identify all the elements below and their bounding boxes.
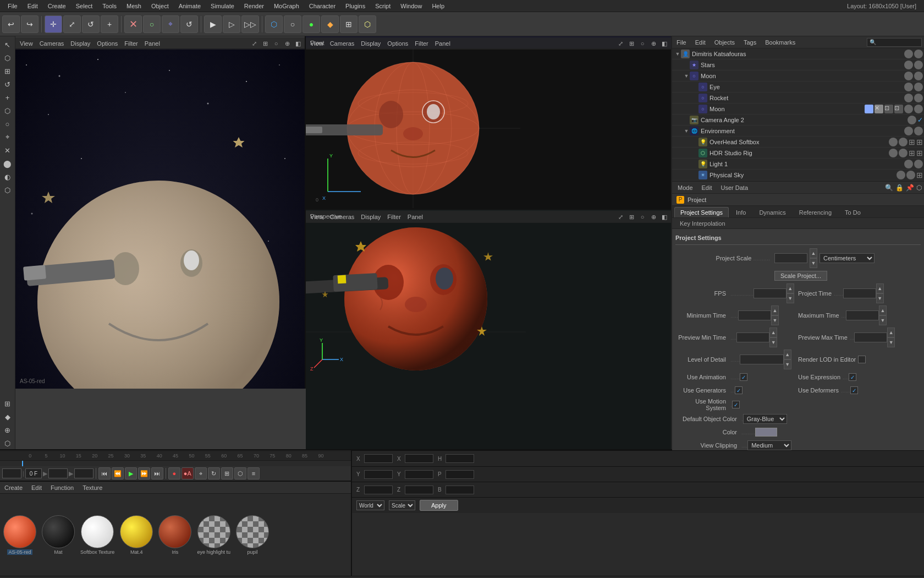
om-dot-2b[interactable] — [914, 72, 923, 80]
fps-input[interactable]: 30 — [754, 288, 787, 298]
om-row-5[interactable]: ○ Moon ✕ ⊡ ⊡ — [672, 103, 924, 114]
project-time-input[interactable]: 0 F — [843, 288, 876, 298]
om-dot-3a[interactable] — [904, 83, 913, 91]
project-time-down[interactable]: ▼ — [876, 293, 884, 303]
sidebar-tool-bottom-4[interactable]: ⬡ — [2, 437, 14, 449]
sidebar-tool-11[interactable]: ◐ — [2, 171, 14, 183]
am-lock-icon[interactable]: 🔒 — [895, 184, 904, 192]
om-row-sky[interactable]: ☀ Physical Sky ⊞ — [672, 170, 924, 181]
timeline-track[interactable] — [0, 461, 351, 466]
om-dot-skya[interactable] — [897, 171, 905, 179]
om-dot-0b[interactable] — [914, 50, 923, 58]
om-row-0[interactable]: ▼ 👤 Dimitris Katsafouras — [672, 48, 924, 59]
vp-left-icon-5[interactable]: ◧ — [294, 39, 302, 48]
render-lod-checkbox[interactable] — [858, 356, 866, 363]
menu-render[interactable]: Render — [240, 2, 268, 10]
render-all[interactable]: ▷▷ — [241, 15, 259, 33]
use-def-checkbox[interactable] — [850, 386, 858, 394]
preview-min-input[interactable]: 0 F — [736, 332, 769, 342]
preview-max-up[interactable]: ▲ — [887, 328, 895, 337]
menu-tools[interactable]: Tools — [98, 2, 121, 10]
mat-item-1[interactable]: Mat — [41, 514, 76, 556]
tl-loop-btn[interactable]: ↻ — [208, 467, 220, 479]
om-row-1[interactable]: ★ Stars — [672, 59, 924, 70]
lights[interactable]: ⬡ — [359, 15, 376, 33]
vp-front-icon-3[interactable]: ○ — [638, 39, 647, 48]
sidebar-tool-7[interactable]: ○ — [2, 118, 14, 130]
tl-rec-auto[interactable]: ●A — [182, 467, 194, 479]
vp-persp-icon-1[interactable]: ⤢ — [616, 212, 625, 221]
use-expr-checkbox[interactable] — [849, 373, 856, 381]
frame-current-input[interactable]: 0 F — [2, 468, 21, 478]
menu-object[interactable]: Object — [147, 2, 173, 10]
vp-front-icon-2[interactable]: ⊞ — [627, 39, 636, 48]
vp-left-display[interactable]: Display — [68, 40, 92, 47]
point-mode[interactable]: ○ — [143, 15, 161, 33]
om-dot-9a[interactable] — [889, 149, 898, 157]
om-dot-8b[interactable] — [899, 138, 908, 146]
project-scale-up[interactable]: ▲ — [810, 248, 817, 258]
om-dot-skyb[interactable] — [906, 171, 915, 179]
project-scale-input[interactable]: 1 — [774, 253, 807, 263]
am-search-icon[interactable]: 🔍 — [885, 184, 893, 192]
render-active[interactable]: ▷ — [223, 15, 240, 33]
vp-left-filter[interactable]: Filter — [122, 40, 140, 47]
deformers[interactable]: ◆ — [321, 15, 339, 33]
max-time-up[interactable]: ▲ — [879, 306, 887, 315]
sidebar-tool-bottom-1[interactable]: ⊞ — [2, 397, 14, 410]
tab-info[interactable]: Info — [730, 207, 752, 217]
om-dot-3b[interactable] — [914, 83, 923, 91]
world-dropdown[interactable]: World Object — [356, 500, 384, 510]
fps-up[interactable]: ▲ — [787, 283, 794, 293]
am-pin-icon[interactable]: 📌 — [906, 184, 914, 192]
om-row-3[interactable]: ○ Eye — [672, 81, 924, 92]
lod-input[interactable]: 50 % — [740, 355, 784, 364]
transform-tool[interactable]: + — [101, 15, 118, 33]
project-scale-unit-dropdown[interactable]: Centimeters Meters Millimeters — [820, 253, 875, 263]
om-row-8[interactable]: 💡 OverHead Softbox ⊞ ⊞ — [672, 137, 924, 148]
vp-left-panel[interactable]: Panel — [142, 40, 162, 47]
om-row-7[interactable]: ▼ 🌐 Environment — [672, 126, 924, 137]
cameras[interactable]: ⊞ — [340, 15, 358, 33]
menu-create[interactable]: Create — [43, 2, 70, 10]
sidebar-tool-6[interactable]: ⬡ — [2, 105, 14, 117]
om-dot-8a[interactable] — [889, 138, 898, 146]
vp-left-icon-4[interactable]: ⊕ — [283, 39, 292, 48]
menu-window[interactable]: Window — [396, 2, 426, 10]
mat-item-6[interactable]: pupil — [235, 514, 270, 556]
om-dot-light1b[interactable] — [914, 160, 923, 168]
nurbs[interactable]: ○ — [284, 15, 301, 33]
om-dot-4a[interactable] — [904, 94, 913, 102]
menu-help[interactable]: Help — [427, 2, 449, 10]
generators[interactable]: ● — [302, 15, 320, 33]
coord-sy-input[interactable]: 0 cm — [405, 470, 433, 479]
object-mode[interactable]: ✕ — [124, 15, 142, 33]
tl-sync-btn[interactable]: ⊞ — [221, 467, 233, 479]
tab-dynamics[interactable]: Dynamics — [753, 207, 791, 217]
fps-down[interactable]: ▼ — [787, 293, 794, 303]
sidebar-tool-1[interactable]: ↖ — [2, 39, 14, 51]
sidebar-tool-3[interactable]: ⊞ — [2, 65, 14, 77]
mat-edit-menu[interactable]: Edit — [29, 484, 44, 492]
apply-button[interactable]: Apply — [420, 500, 458, 511]
vp-left-options[interactable]: Options — [95, 40, 120, 47]
om-dot-2a[interactable] — [904, 72, 913, 80]
vp-front-panel[interactable]: Panel — [433, 40, 453, 47]
am-edit[interactable]: Edit — [698, 184, 716, 192]
coord-p-input[interactable]: 0 — [446, 470, 474, 479]
om-tags[interactable]: Tags — [741, 39, 758, 46]
render-view[interactable]: ▶ — [204, 15, 222, 33]
vp-front-icon-1[interactable]: ⤢ — [616, 39, 625, 48]
mat-texture-menu[interactable]: Texture — [80, 484, 105, 492]
undo-button[interactable]: ↩ — [2, 15, 20, 33]
om-dot-4b[interactable] — [914, 94, 923, 102]
min-time-down[interactable]: ▼ — [771, 315, 779, 325]
am-mode[interactable]: Mode — [674, 184, 696, 192]
redo-button[interactable]: ↪ — [21, 15, 38, 33]
om-row-4[interactable]: ○ Rocket — [672, 92, 924, 103]
lod-up[interactable]: ▲ — [784, 350, 791, 359]
om-objects[interactable]: Objects — [712, 39, 737, 46]
tab-referencing[interactable]: Referencing — [793, 207, 838, 217]
vp-front-cameras[interactable]: Cameras — [328, 40, 357, 47]
mat-item-4[interactable]: Iris — [157, 514, 193, 556]
